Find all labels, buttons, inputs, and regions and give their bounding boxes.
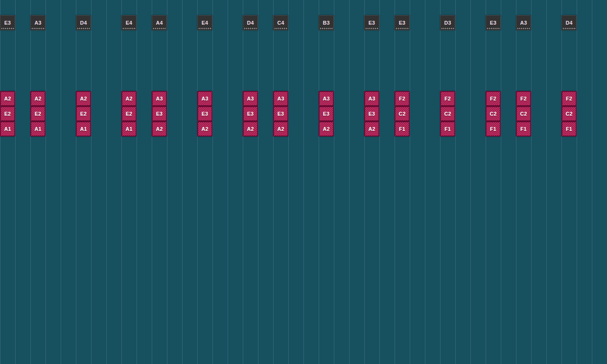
note-block-chord[interactable]: A3 [273,91,288,106]
note-label: E3 [490,20,497,26]
note-block-chord[interactable]: F2 [486,91,501,106]
note-label: A1 [35,126,42,132]
note-block-chord[interactable]: F1 [395,121,410,136]
note-block-chord[interactable]: C2 [516,106,531,121]
note-block-chord[interactable]: A3 [243,91,258,106]
note-block-melody[interactable]: E3 [486,15,501,30]
note-block-chord[interactable]: C2 [395,106,410,121]
sequencer-grid[interactable]: E3A3D4E4A4E4D4C4B3E3E3D3E3A3D4A2E2A1A2E2… [0,0,607,364]
note-block-melody[interactable]: D4 [76,15,91,30]
note-label: F1 [566,126,572,132]
note-label: C4 [277,20,285,26]
note-block-chord[interactable]: A2 [76,91,91,106]
note-label: E4 [126,20,132,26]
note-label: A2 [35,96,42,101]
note-block-melody[interactable]: E3 [364,15,379,30]
note-label: D4 [80,20,87,26]
note-block-chord[interactable]: A1 [121,121,137,136]
note-label: A3 [323,96,330,101]
note-block-chord[interactable]: E2 [121,106,137,121]
note-label: F2 [399,96,405,101]
note-block-melody[interactable]: E4 [121,15,137,30]
note-block-chord[interactable]: A2 [364,121,379,136]
note-block-chord[interactable]: A2 [30,91,46,106]
note-block-chord[interactable]: F1 [440,121,455,136]
note-block-melody[interactable]: A4 [152,15,167,30]
note-block-chord[interactable]: A2 [152,121,167,136]
note-label: E3 [202,111,208,117]
note-label: F2 [444,96,451,101]
note-block-melody[interactable]: D3 [440,15,455,30]
note-label: A4 [156,20,163,26]
note-block-melody[interactable]: D4 [243,15,258,30]
note-block-chord[interactable]: F1 [486,121,501,136]
note-label: F1 [444,126,451,132]
note-block-melody[interactable]: E3 [395,15,410,30]
note-block-chord[interactable]: F1 [516,121,531,136]
note-block-chord[interactable]: A2 [197,121,212,136]
note-label: E3 [368,111,375,117]
note-label: A2 [4,96,11,101]
note-label: A2 [202,126,209,132]
note-label: E2 [4,111,11,117]
note-block-chord[interactable]: A3 [319,91,334,106]
note-label: A2 [126,96,133,101]
note-label: A3 [520,20,527,26]
note-block-chord[interactable]: E3 [197,106,212,121]
note-block-chord[interactable]: F2 [516,91,531,106]
note-label: A1 [4,126,11,132]
note-block-chord[interactable]: A2 [319,121,334,136]
note-block-melody[interactable]: C4 [273,15,288,30]
note-label: D3 [444,20,451,26]
note-label: A3 [35,20,42,26]
note-block-melody[interactable]: B3 [319,15,334,30]
note-label: C2 [520,111,527,117]
note-label: F2 [490,96,496,101]
note-block-chord[interactable]: C2 [561,106,577,121]
note-block-chord[interactable]: A3 [364,91,379,106]
note-block-chord[interactable]: A2 [121,91,137,106]
note-block-chord[interactable]: C2 [440,106,455,121]
note-block-chord[interactable]: C2 [486,106,501,121]
note-label: A1 [126,126,133,132]
note-block-chord[interactable]: E3 [243,106,258,121]
note-block-chord[interactable]: A2 [273,121,288,136]
note-block-chord[interactable]: E3 [319,106,334,121]
note-block-chord[interactable]: E2 [0,106,15,121]
note-block-melody[interactable]: A3 [516,15,531,30]
note-block-chord[interactable]: F2 [395,91,410,106]
note-block-chord[interactable]: F1 [561,121,577,136]
note-label: E3 [247,111,254,117]
note-block-chord[interactable]: E2 [30,106,46,121]
note-block-chord[interactable]: A1 [0,121,15,136]
note-label: A3 [247,96,254,101]
note-label: E3 [4,20,11,26]
note-block-melody[interactable]: E4 [197,15,212,30]
note-block-chord[interactable]: A3 [197,91,212,106]
note-label: C2 [444,111,451,117]
note-label: A2 [80,96,87,101]
note-block-chord[interactable]: A3 [152,91,167,106]
note-label: A3 [368,96,376,101]
note-label: A2 [277,126,285,132]
note-label: C2 [399,111,406,117]
note-label: A2 [368,126,376,132]
note-block-chord[interactable]: E3 [364,106,379,121]
note-block-chord[interactable]: A2 [0,91,15,106]
note-label: E2 [126,111,132,117]
note-block-melody[interactable]: A3 [30,15,46,30]
note-block-chord[interactable]: A2 [243,121,258,136]
note-label: F1 [520,126,526,132]
note-block-chord[interactable]: A1 [76,121,91,136]
note-label: F2 [566,96,572,101]
note-block-chord[interactable]: F2 [440,91,455,106]
note-block-chord[interactable]: E2 [76,106,91,121]
note-block-melody[interactable]: D4 [561,15,577,30]
note-label: C2 [566,111,573,117]
note-label: A2 [323,126,330,132]
note-block-chord[interactable]: E3 [152,106,167,121]
note-block-chord[interactable]: E3 [273,106,288,121]
note-block-melody[interactable]: E3 [0,15,15,30]
note-block-chord[interactable]: F2 [561,91,577,106]
note-block-chord[interactable]: A1 [30,121,46,136]
